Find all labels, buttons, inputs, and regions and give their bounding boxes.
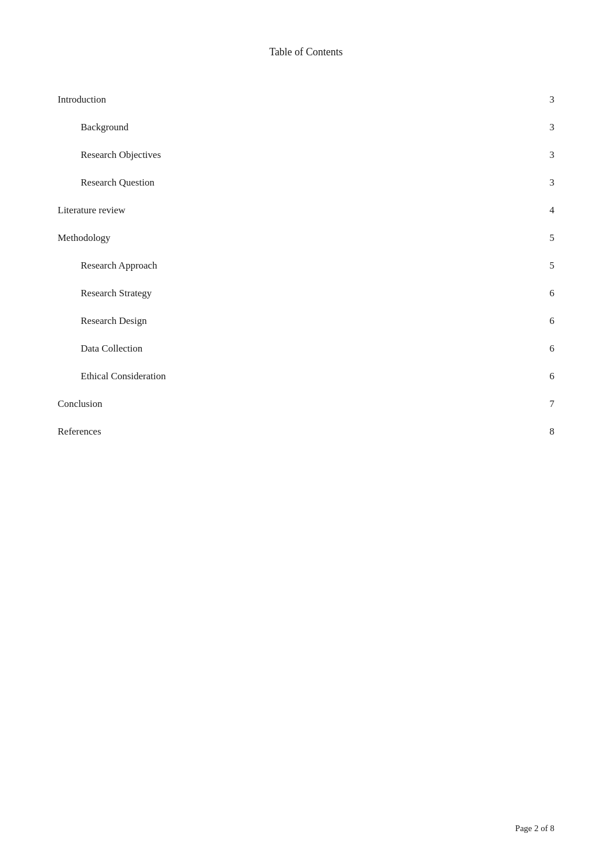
toc-entry-page: 3 (550, 149, 555, 161)
toc-row: Ethical Consideration6 (58, 363, 554, 390)
toc-entry-page: 6 (550, 371, 555, 382)
toc-entry-label: Conclusion (58, 398, 102, 410)
toc-entry-label: References (58, 426, 101, 437)
toc-entry-label: Research Objectives (58, 149, 161, 161)
toc-entry-label: Literature review (58, 205, 126, 216)
toc-entry-page: 8 (550, 426, 555, 437)
toc-row: Methodology5 (58, 224, 554, 252)
toc-entry-label: Research Design (58, 315, 147, 327)
toc-row: Literature review4 (58, 197, 554, 224)
toc-entry-label: Background (58, 122, 129, 133)
toc-entry-label: Research Question (58, 177, 154, 188)
toc-entry-label: Ethical Consideration (58, 371, 166, 382)
page: Table of Contents Introduction3Backgroun… (0, 0, 612, 868)
toc-entry-page: 6 (550, 315, 555, 327)
toc-row: Background3 (58, 114, 554, 141)
toc-entry-label: Data Collection (58, 343, 142, 354)
toc-entry-page: 6 (550, 288, 555, 299)
toc-entry-label: Research Approach (58, 260, 157, 271)
toc-entry-page: 3 (550, 177, 555, 188)
toc-entry-label: Methodology (58, 232, 111, 244)
toc-container: Introduction3Background3Research Objecti… (58, 86, 554, 446)
toc-row: Data Collection6 (58, 335, 554, 363)
toc-entry-page: 4 (550, 205, 555, 216)
toc-row: Research Approach5 (58, 252, 554, 280)
toc-entry-page: 5 (550, 260, 555, 271)
page-footer: Page 2 of 8 (515, 824, 554, 833)
toc-row: Research Question3 (58, 169, 554, 197)
toc-entry-label: Research Strategy (58, 288, 152, 299)
toc-title: Table of Contents (58, 46, 554, 58)
toc-entry-page: 5 (550, 232, 555, 244)
toc-entry-label: Introduction (58, 94, 106, 105)
toc-entry-page: 7 (550, 398, 555, 410)
toc-row: References8 (58, 418, 554, 446)
toc-row: Research Design6 (58, 307, 554, 335)
toc-entry-page: 6 (550, 343, 555, 354)
toc-entry-page: 3 (550, 94, 555, 105)
toc-row: Introduction3 (58, 86, 554, 114)
toc-row: Research Strategy6 (58, 280, 554, 307)
toc-entry-page: 3 (550, 122, 555, 133)
toc-row: Research Objectives3 (58, 141, 554, 169)
toc-row: Conclusion7 (58, 390, 554, 418)
